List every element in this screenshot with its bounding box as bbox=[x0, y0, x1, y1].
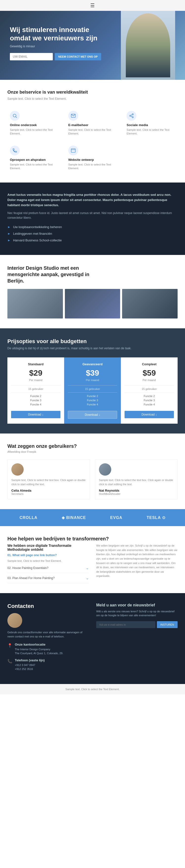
contact-address-info: 📍 Onze kantoorlocatie The Interior Desig… bbox=[7, 643, 89, 655]
testimonial-card-2: Sample text. Click to select the text bo… bbox=[95, 459, 178, 499]
plan-compleet-f1: Functie 2 bbox=[125, 395, 174, 398]
faq-item-2-header[interactable]: 03. Plan Ahead For Home Painting? ⌄ bbox=[7, 576, 89, 580]
plan-standaard-f1: Functie 2 bbox=[11, 395, 60, 398]
service-text-5: Sample text. Click to select the Text El… bbox=[68, 163, 117, 170]
service-text-4: Sample text. Click to select the Text El… bbox=[10, 163, 58, 170]
dark-list-item-3: ► Harvard Business School-collectie bbox=[7, 239, 178, 242]
service-text-1: Sample text. Click to select the Text El… bbox=[10, 128, 58, 136]
dark-para1: Amet luctus venenatis lectus magna fring… bbox=[7, 192, 178, 208]
contact-phone-details: Telefoon (vaste lijn) +912 3 047 0947 +9… bbox=[15, 658, 45, 671]
plan-compleet-users: 15 gebruiker bbox=[125, 388, 174, 391]
plan-standaard-period: Per maand bbox=[11, 379, 60, 381]
service-item-web: Website ontwerp Sample text. Click to se… bbox=[66, 143, 120, 173]
calls-icon bbox=[10, 146, 20, 155]
contact-title: Contacten bbox=[7, 603, 89, 609]
email-icon bbox=[68, 111, 78, 121]
brand-logo-4: TESLA ⊙ bbox=[147, 515, 165, 520]
hero-title: Wij stimuleren innovatie omdat we vernie… bbox=[10, 26, 101, 42]
testimonial-name-1: Celia Almeda bbox=[11, 489, 86, 492]
hero-photo bbox=[121, 11, 175, 80]
services-main: Onze belservice is van wereldkwaliteit S… bbox=[7, 90, 178, 101]
plan-geavanceerd-users: 15 gebruiker bbox=[68, 388, 117, 391]
testimonial-text-2: Sample text. Click to select the text bo… bbox=[99, 478, 174, 486]
svg-point-5 bbox=[132, 117, 133, 118]
faq-grid: We hebben onze digitale Transformatie Me… bbox=[7, 544, 178, 583]
footer: Sample text. Click to select the Text El… bbox=[0, 684, 185, 694]
service-title-1: Online onderzoek bbox=[10, 123, 58, 127]
service-title-4: Oproepen en afspraken bbox=[10, 158, 58, 162]
web-icon bbox=[68, 146, 78, 155]
plan-geavanceerd-f1: Functie 2 bbox=[68, 395, 117, 398]
social-icon bbox=[127, 111, 136, 121]
plan-geavanceerd-f3: Functie 4 bbox=[68, 403, 117, 406]
service-item-online-onderzoek: Online onderzoek Sample text. Click to s… bbox=[7, 108, 61, 138]
faq-item-1-title: 02. House Painting Essentials? bbox=[7, 566, 48, 570]
contact-phone-info: 📞 Telefoon (vaste lijn) +912 3 047 0947 … bbox=[7, 658, 89, 671]
newsletter-form: INSTUREN bbox=[96, 621, 178, 628]
svg-point-3 bbox=[132, 114, 133, 115]
brands-section: CROLLA ◈ BINANCE EVGA TESLA ⊙ bbox=[0, 509, 185, 526]
menu-icon[interactable]: ☰ bbox=[90, 2, 95, 8]
plan-standaard-f2: Functie 3 bbox=[11, 399, 60, 402]
plan-geavanceerd-button[interactable]: Download ↓ bbox=[68, 411, 117, 419]
faq-chevron-2: ⌄ bbox=[86, 576, 89, 580]
newsletter-subtitle: Wilt u als eerste ons nieuws leren? Schr… bbox=[96, 609, 178, 618]
phone-icon: 📞 bbox=[7, 659, 12, 663]
testimonial-avatar-1 bbox=[11, 463, 24, 476]
dark-para2: Nec feugiat nisl pretium fusce id. Justo… bbox=[7, 211, 178, 220]
hero-cta-button[interactable]: NEEM CONTACT MET ONS OP bbox=[55, 53, 101, 60]
brand-logo-2: ◈ BINANCE bbox=[62, 515, 86, 520]
service-text-2: Sample text. Click to select the Text El… bbox=[68, 128, 117, 136]
faq-item-1[interactable]: 02. House Painting Essentials? ⌄ bbox=[7, 563, 89, 573]
hero-content: Wij stimuleren innovatie omdat we vernie… bbox=[10, 26, 101, 60]
pricing-subtitle: De uitdaging is dat hij of zij toch niet… bbox=[7, 346, 178, 350]
plan-standaard-price: $29 bbox=[11, 369, 60, 378]
contact-avatar bbox=[7, 613, 22, 628]
newsletter: Meld u aan voor de nieuwsbrief Wilt u al… bbox=[96, 603, 178, 674]
contact-text: Gebruik ons contactformulier voor alle i… bbox=[7, 630, 89, 639]
contact-address-line2: The Courtyard, Al Quoz 1, Colorado, 29. bbox=[15, 651, 63, 655]
testimonial-role-2: Hoofdboekhouder bbox=[99, 492, 174, 495]
svg-point-4 bbox=[130, 115, 131, 116]
studio-title: Interior Design Studio met een mensgeric… bbox=[7, 265, 91, 284]
faq-highlight: 01. What will page one link button? bbox=[7, 554, 89, 557]
faq-right-text: We willen begrijpen wie we zijn. Schrijf… bbox=[96, 544, 178, 578]
services-section: Onze belservice is van wereldkwaliteit S… bbox=[0, 80, 185, 183]
newsletter-email-input[interactable] bbox=[96, 621, 155, 628]
faq-title: Hoe helpen we bedrijven te transformeren… bbox=[7, 536, 178, 541]
service-text-3: Sample text. Click to select the Text El… bbox=[127, 128, 175, 136]
plan-compleet-button[interactable]: Download ↓ bbox=[125, 411, 174, 418]
services-main-title: Onze belservice is van wereldkwaliteit bbox=[7, 90, 178, 95]
svg-point-0 bbox=[13, 114, 16, 117]
hero-form: NEEM CONTACT MET ONS OP bbox=[10, 53, 101, 60]
brand-logo-3: EVGA bbox=[110, 516, 122, 520]
newsletter-submit-button[interactable]: INSTUREN bbox=[157, 621, 178, 628]
location-icon: 📍 bbox=[7, 643, 12, 648]
faq-item-1-header[interactable]: 02. House Painting Essentials? ⌄ bbox=[7, 566, 89, 570]
testimonials-grid: Sample text. Click to select the text bo… bbox=[7, 459, 178, 499]
services-main-text: Sample text. Click to select the Text El… bbox=[7, 97, 178, 101]
plan-standaard-button[interactable]: Download ↓ bbox=[11, 411, 60, 418]
studio-section: Interior Design Studio met een mensgeric… bbox=[0, 255, 185, 328]
faq-section: Hoe helpen we bedrijven te transformeren… bbox=[0, 526, 185, 593]
hero-email-input[interactable] bbox=[10, 53, 53, 60]
dark-list-item-2: ► Leidinggeven met financiën bbox=[7, 232, 178, 236]
plan-compleet-price: $59 bbox=[125, 369, 174, 378]
services-grid: Online onderzoek Sample text. Click to s… bbox=[7, 108, 178, 173]
svg-line-7 bbox=[131, 115, 132, 115]
testimonial-card-1: Sample text. Click to select the text bo… bbox=[7, 459, 90, 499]
dark-list-label-2: Leidinggeven met financiën bbox=[13, 232, 52, 236]
testimonial-avatar-2 bbox=[99, 463, 111, 476]
plan-standaard: Standaard $29 Per maand 15 gebruiker Fun… bbox=[7, 358, 64, 424]
online-onderzoek-icon bbox=[10, 111, 20, 121]
plan-standaard-users: 15 gebruiker bbox=[11, 388, 60, 391]
arrow-icon-1: ► bbox=[7, 225, 10, 229]
testimonials-title: Wat zeggen onze gebruikers? bbox=[7, 443, 178, 449]
hero-section: Wij stimuleren innovatie omdat we vernie… bbox=[0, 11, 185, 80]
studio-image-1 bbox=[7, 289, 63, 318]
dark-section: Amet luctus venenatis lectus magna fring… bbox=[0, 183, 185, 255]
faq-left-text: Sample text. Click to select the Text El… bbox=[7, 559, 89, 563]
studio-image-3 bbox=[122, 289, 178, 318]
hero-subtext: Geweldig is minaur bbox=[10, 44, 101, 48]
faq-item-2[interactable]: 03. Plan Ahead For Home Painting? ⌄ bbox=[7, 573, 89, 583]
